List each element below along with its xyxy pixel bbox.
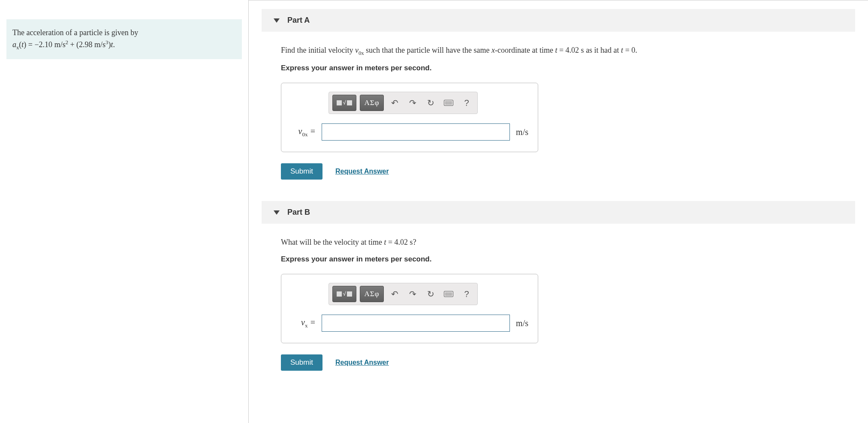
eq-sub-x: x bbox=[16, 45, 19, 51]
keyboard-icon[interactable] bbox=[441, 287, 456, 301]
template-button[interactable]: √ bbox=[332, 95, 356, 111]
eq-c2: 2.98 bbox=[79, 40, 93, 49]
caret-down-icon bbox=[274, 210, 280, 215]
part-a-title: Part A bbox=[287, 16, 310, 25]
greek-button[interactable]: ΑΣφ bbox=[360, 95, 384, 111]
part-a-body: Find the initial velocity v0x such that … bbox=[249, 32, 868, 180]
pb-eq: = 4.02 bbox=[386, 238, 410, 246]
pa-mid3: as it had at bbox=[584, 46, 621, 54]
answer-pane: Part A Find the initial velocity v0x suc… bbox=[249, 0, 868, 423]
pa-mid2: -coordinate at time bbox=[495, 46, 555, 54]
problem-statement: The acceleration of a particle is given … bbox=[6, 19, 242, 59]
part-a-answer-input[interactable] bbox=[322, 123, 510, 141]
part-a-request-answer-link[interactable]: Request Answer bbox=[335, 168, 389, 175]
part-b-instruct: Express your answer in meters per second… bbox=[281, 255, 855, 264]
part-b-prompt: What will be the velocity at time t = 4.… bbox=[281, 237, 855, 248]
help-icon[interactable]: ? bbox=[459, 287, 474, 301]
redo-icon[interactable]: ↷ bbox=[405, 287, 420, 301]
eq-u2: m/s bbox=[94, 40, 105, 49]
part-b-answer-box: √ ΑΣφ ↶ ↷ ↻ ? vx = m/s bbox=[281, 274, 538, 343]
pa-mid1: such that the particle will have the sam… bbox=[364, 46, 491, 54]
part-b-title: Part B bbox=[287, 208, 310, 217]
greek-button[interactable]: ΑΣφ bbox=[360, 286, 384, 302]
undo-icon[interactable]: ↶ bbox=[387, 287, 402, 301]
equation-toolbar: √ ΑΣφ ↶ ↷ ↻ ? bbox=[329, 92, 478, 114]
eq-u1: m/s bbox=[54, 40, 66, 49]
part-a-unit: m/s bbox=[516, 127, 528, 137]
eq-var-a: a bbox=[12, 40, 16, 49]
part-b-body: What will be the velocity at time t = 4.… bbox=[249, 224, 868, 371]
pb-le: = bbox=[308, 318, 316, 327]
part-a-actions: Submit Request Answer bbox=[281, 163, 855, 180]
part-a-prompt: Find the initial velocity v0x such that … bbox=[281, 45, 855, 57]
problem-intro: The acceleration of a particle is given … bbox=[12, 28, 138, 37]
pa-var: v bbox=[355, 46, 359, 54]
part-a-input-row: v0x = m/s bbox=[291, 123, 528, 141]
part-b-request-answer-link[interactable]: Request Answer bbox=[335, 359, 389, 366]
template-button[interactable]: √ bbox=[332, 286, 356, 302]
pa-x: x bbox=[491, 46, 495, 54]
pa-eq2: = 0. bbox=[623, 46, 637, 54]
pa-sub: 0x bbox=[359, 50, 364, 56]
part-b-input-row: vx = m/s bbox=[291, 315, 528, 332]
pa-eq1: = 4.02 bbox=[557, 46, 581, 54]
reset-icon[interactable]: ↻ bbox=[423, 96, 438, 110]
caret-down-icon bbox=[274, 18, 280, 23]
pa-lv: v bbox=[298, 126, 302, 136]
pa-s1: s bbox=[581, 46, 584, 54]
part-a-var-label: v0x = bbox=[291, 126, 316, 138]
keyboard-icon[interactable] bbox=[441, 96, 456, 110]
part-a-submit-button[interactable]: Submit bbox=[281, 163, 322, 180]
pa-ls: 0x bbox=[302, 131, 308, 138]
part-b-header[interactable]: Part B bbox=[262, 201, 855, 224]
pb-pre: What will be the velocity at time bbox=[281, 238, 384, 246]
eq-end: . bbox=[113, 40, 115, 49]
pb-lv: v bbox=[301, 318, 305, 327]
eq-c1: −2.10 bbox=[34, 40, 52, 49]
pa-le: = bbox=[308, 126, 316, 136]
part-b-unit: m/s bbox=[516, 318, 528, 328]
problem-pane: The acceleration of a particle is given … bbox=[0, 0, 249, 423]
part-b-answer-input[interactable] bbox=[322, 315, 510, 332]
equation-toolbar: √ ΑΣφ ↶ ↷ ↻ ? bbox=[329, 283, 478, 305]
part-a-header[interactable]: Part A bbox=[262, 9, 855, 32]
pb-post: ? bbox=[413, 238, 416, 246]
part-b-actions: Submit Request Answer bbox=[281, 354, 855, 371]
help-icon[interactable]: ? bbox=[459, 96, 474, 110]
redo-icon[interactable]: ↷ bbox=[405, 96, 420, 110]
part-a-instruct: Express your answer in meters per second… bbox=[281, 64, 855, 72]
reset-icon[interactable]: ↻ bbox=[423, 287, 438, 301]
part-a-answer-box: √ ΑΣφ ↶ ↷ ↻ ? v0x = m/s bbox=[281, 83, 538, 152]
undo-icon[interactable]: ↶ bbox=[387, 96, 402, 110]
eq-plus: + ( bbox=[68, 40, 79, 49]
pb-s: s bbox=[410, 238, 413, 246]
part-b-submit-button[interactable]: Submit bbox=[281, 354, 322, 371]
eq-arg-t: t bbox=[21, 40, 24, 49]
part-b-var-label: vx = bbox=[291, 318, 316, 329]
pa-pre: Find the initial velocity bbox=[281, 46, 355, 54]
